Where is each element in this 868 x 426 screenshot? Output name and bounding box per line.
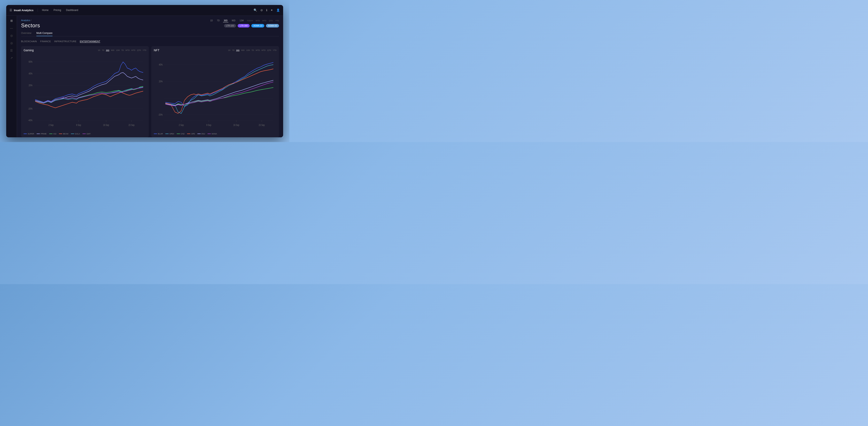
gaming-btn-wtd[interactable]: WTD	[125, 49, 130, 51]
legend-enj-label: ENJ	[202, 133, 205, 135]
legend-beam-line	[59, 134, 62, 134]
legend-chz: CHZ	[177, 133, 185, 135]
badge-asma10[interactable]: ASMA-10	[251, 24, 264, 28]
nft-btn-td[interactable]: TD	[251, 49, 254, 51]
badge-asma50[interactable]: ASMA-50	[266, 24, 279, 28]
time-btn-30d[interactable]: 30D	[223, 19, 228, 22]
nav-dashboard[interactable]: Dashboard	[66, 9, 78, 11]
gaming-time-filters: 1D 7D 30D 90D 12M TD WTD MTD QTD YTD	[98, 49, 146, 51]
time-btn-90d[interactable]: 90D	[231, 19, 236, 22]
sidebar-globe-icon[interactable]: ◎	[10, 34, 13, 37]
legend-ape: APE	[187, 133, 195, 135]
gaming-chart-body: 60% 40% 20% -20% -40% 2 Sep 9 Sep 16 Sep…	[24, 54, 146, 132]
nav-pricing[interactable]: Pricing	[54, 9, 61, 11]
nft-btn-30d[interactable]: 30D	[236, 49, 240, 51]
nav-home[interactable]: Home	[42, 9, 49, 11]
svg-text:16 Sep: 16 Sep	[233, 123, 239, 126]
legend-gala: GALA	[71, 133, 80, 135]
nft-btn-mtd[interactable]: MTD	[261, 49, 266, 51]
sidebar-share-icon[interactable]: ↗	[10, 56, 13, 60]
time-label-qtd: QTD	[269, 20, 273, 22]
legend-mana-label: MANA	[212, 133, 217, 135]
topnav: ☰ Inuali Analytics Home Pricing Dashboar…	[6, 5, 283, 16]
legend-super: SUPER	[24, 133, 34, 135]
svg-text:16 Sep: 16 Sep	[103, 123, 109, 126]
info-icon[interactable]: ℹ	[266, 8, 267, 12]
gaming-btn-1d[interactable]: 1D	[98, 49, 100, 51]
svg-text:-20%: -20%	[28, 107, 33, 110]
logo-area: ☰ Inuali Analytics	[9, 8, 38, 12]
app-title: Inuali Analytics	[14, 9, 33, 12]
nft-btn-ytd[interactable]: YTD	[273, 49, 277, 51]
time-btn-1d[interactable]: 1D	[209, 19, 214, 22]
time-filters-area: 1D 7D 30D 90D 12M TODAY WTD MTD QTD YTD …	[209, 19, 279, 28]
nft-btn-12m[interactable]: 12M	[246, 49, 250, 51]
badge-ltr100[interactable]: LTR-100	[224, 24, 236, 28]
gaming-btn-12m[interactable]: 12M	[116, 49, 120, 51]
cat-entertainment[interactable]: ENTERTAINMENT	[80, 40, 100, 43]
legend-mana-line	[208, 134, 211, 134]
sidebar-file-icon[interactable]: ☰	[10, 49, 13, 52]
legend-chz-line	[177, 134, 180, 134]
legend-agi-line	[49, 134, 53, 134]
nft-btn-1d[interactable]: 1D	[228, 49, 230, 51]
gaming-chart-svg: 60% 40% 20% -20% -40% 2 Sep 9 Sep 16 Sep…	[24, 54, 146, 132]
legend-chz-label: CHZ	[181, 133, 185, 135]
time-btn-12m[interactable]: 12M	[239, 19, 244, 22]
search-icon[interactable]: 🔍	[254, 8, 257, 12]
theme-icon[interactable]: ✦	[271, 8, 273, 12]
nft-chart-card: NFT 1D 7D 30D 90D 12M TD WTD MTD QTD YTD	[151, 46, 279, 137]
hamburger-icon[interactable]: ☰	[9, 8, 12, 12]
svg-text:23 Sep: 23 Sep	[128, 123, 134, 126]
legend-gmt-label: GMT	[87, 133, 91, 135]
svg-text:23 Sep: 23 Sep	[259, 123, 265, 126]
nft-btn-90d[interactable]: 90D	[241, 49, 245, 51]
nav-links: Home Pricing Dashboard	[42, 9, 254, 11]
legend-ordi: ORDI	[165, 133, 174, 135]
title-area: Analytics / Sectors	[21, 19, 40, 29]
sidebar-target-icon[interactable]: ◎	[10, 41, 13, 45]
indicator-row: LTR-100 LTR-300 ASMA-10 ASMA-50	[224, 24, 279, 28]
tabs: Overview Multi Compare	[21, 30, 279, 36]
time-label-today: TODAY	[247, 20, 253, 22]
charts-grid: Gaming 1D 7D 30D 90D 12M TD WTD MTD QTD …	[21, 46, 279, 137]
tab-multi-compare[interactable]: Multi Compare	[36, 30, 53, 36]
time-label-wtd: WTD	[256, 20, 260, 22]
legend-super-label: SUPER	[28, 133, 34, 135]
gaming-btn-mtd[interactable]: MTD	[131, 49, 135, 51]
sidebar-minus-icon[interactable]: —	[10, 26, 13, 30]
cat-infrastructure[interactable]: INFRASTRUCTURE	[54, 40, 76, 43]
cat-blockchain[interactable]: BLOCKCHAIN	[21, 40, 37, 43]
gaming-btn-ytd[interactable]: YTD	[143, 49, 146, 51]
nft-btn-7d[interactable]: 7D	[232, 49, 235, 51]
gaming-chart-card: Gaming 1D 7D 30D 90D 12M TD WTD MTD QTD …	[21, 46, 149, 137]
badge-ltr300[interactable]: LTR-300	[238, 24, 250, 28]
legend-beam: BEAM	[59, 133, 68, 135]
breadcrumb-parent[interactable]: Analytics	[21, 19, 30, 22]
filter-icon[interactable]: ⊘	[260, 8, 263, 12]
nft-chart-title: NFT	[154, 49, 159, 52]
user-icon[interactable]: 👤	[276, 8, 280, 12]
gaming-btn-30d[interactable]: 30D	[106, 49, 109, 51]
gaming-btn-90d[interactable]: 90D	[111, 49, 115, 51]
time-btn-7d[interactable]: 7D	[216, 19, 220, 22]
nft-btn-qtd[interactable]: QTD	[267, 49, 271, 51]
nft-btn-wtd[interactable]: WTD	[256, 49, 260, 51]
sidebar-grid-icon[interactable]: ⊞	[10, 19, 13, 22]
gaming-btn-7d[interactable]: 7D	[102, 49, 104, 51]
nft-chart-body: 40% 20% -20% 2 Sep 9 Sep 16 Sep 23 Sep	[154, 54, 277, 132]
svg-text:2 Sep: 2 Sep	[49, 123, 54, 126]
gaming-btn-qtd[interactable]: QTD	[137, 49, 141, 51]
legend-gmt: GMT	[83, 133, 91, 135]
breadcrumb: Analytics /	[21, 19, 40, 22]
legend-gala-label: GALA	[75, 133, 80, 135]
cat-finance[interactable]: FINANCE	[40, 40, 51, 43]
tab-overview[interactable]: Overview	[21, 30, 31, 36]
legend-ordi-label: ORDI	[169, 133, 174, 135]
legend-beam-label: BEAM	[63, 133, 68, 135]
legend-blur-label: BLUR	[158, 133, 163, 135]
page-title: Sectors	[21, 22, 40, 29]
gaming-btn-td[interactable]: TD	[121, 49, 124, 51]
legend-prime: PRIME	[37, 133, 47, 135]
main-layout: ⊞ — ◎ ◎ ☰ ↗ Analytics / Sectors 1D	[6, 16, 283, 137]
